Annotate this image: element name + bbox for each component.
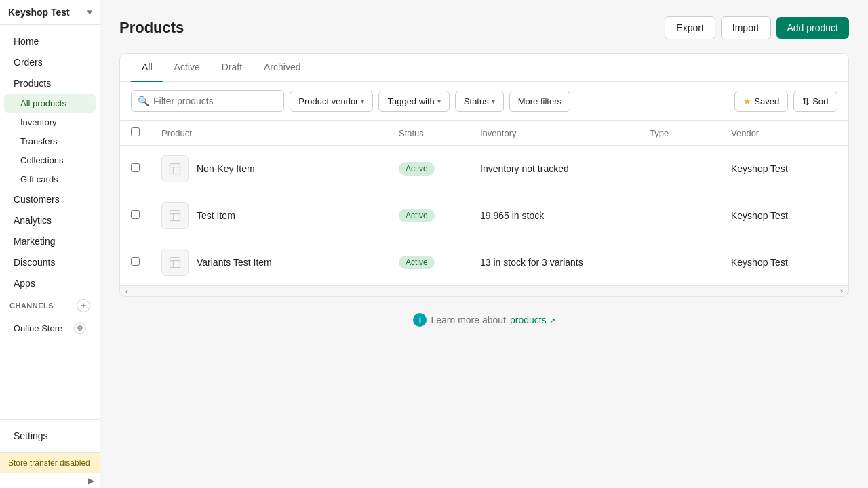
row-checkbox[interactable] (131, 163, 140, 172)
learn-more-link[interactable]: products ↗ (510, 314, 555, 325)
product-thumbnail (161, 202, 189, 229)
sidebar-item-analytics[interactable]: Analytics (4, 210, 96, 230)
search-icon: 🔍 (138, 96, 149, 106)
online-store-settings-icon[interactable]: ⚙ (74, 322, 86, 334)
inventory-column-header: Inventory (469, 121, 639, 146)
svg-rect-1 (170, 211, 180, 221)
chevron-down-icon: ▾ (492, 98, 495, 105)
export-button[interactable]: Export (665, 16, 715, 39)
products-card: All Active Draft Archived 🔍 (119, 53, 849, 297)
scroll-right-icon[interactable]: › (840, 287, 843, 296)
learn-more-section: i Learn more about products ↗ (119, 297, 849, 343)
channels-section-header: CHANNELS + (0, 294, 100, 317)
tab-draft[interactable]: Draft (211, 54, 253, 82)
horizontal-scrollbar[interactable]: ‹ › (120, 285, 848, 296)
product-vendor-filter[interactable]: Product vendor ▾ (290, 91, 373, 112)
product-cell[interactable]: Non-Key Item (151, 146, 388, 192)
sidebar-item-settings[interactable]: Settings (4, 426, 96, 446)
row-checkbox[interactable] (131, 257, 140, 266)
product-thumbnail (161, 249, 189, 276)
tagged-with-filter[interactable]: Tagged with ▾ (378, 91, 449, 112)
vendor-cell: Keyshop Test (720, 239, 848, 286)
svg-rect-0 (170, 164, 180, 174)
filters-bar: 🔍 Product vendor ▾ Tagged with ▾ Status … (120, 82, 848, 121)
vendor-column-header: Vendor (720, 121, 848, 146)
sidebar-item-collections[interactable]: Collections (4, 151, 96, 169)
sidebar-item-online-store[interactable]: Online Store ⚙ (4, 318, 96, 338)
svg-rect-2 (170, 258, 180, 268)
tab-active[interactable]: Active (163, 54, 211, 82)
scroll-left-icon[interactable]: ‹ (125, 287, 128, 296)
sidebar-item-inventory[interactable]: Inventory (4, 113, 96, 131)
vendor-cell: Keyshop Test (720, 146, 848, 192)
sidebar-item-home[interactable]: Home (4, 31, 96, 52)
sidebar-item-customers[interactable]: Customers (4, 189, 96, 209)
product-cell[interactable]: Test Item (151, 192, 388, 239)
status-badge: Active (399, 256, 435, 269)
search-wrapper: 🔍 (131, 90, 284, 112)
product-thumbnail (161, 155, 189, 182)
row-checkbox-cell (120, 239, 151, 286)
select-all-header (120, 121, 151, 146)
sort-button[interactable]: ⇅ Sort (793, 91, 837, 112)
sidebar-item-transfers[interactable]: Transfers (4, 132, 96, 150)
external-link-icon: ↗ (549, 317, 555, 325)
inventory-cell: 13 in stock for 3 variants (469, 239, 639, 286)
info-icon: i (413, 313, 427, 327)
saved-button[interactable]: ★ Saved (734, 91, 788, 112)
type-cell (639, 192, 720, 239)
status-badge: Active (399, 162, 435, 176)
product-table-body: Non-Key ItemActiveInventory not trackedK… (120, 146, 848, 286)
page-title: Products (119, 19, 184, 37)
search-input[interactable] (131, 90, 284, 112)
header-actions: Export Import Add product (665, 16, 849, 39)
products-label: Products (14, 78, 51, 89)
vendor-cell: Keyshop Test (720, 192, 848, 239)
sidebar-item-orders[interactable]: Orders (4, 52, 96, 73)
table-row: Test ItemActive19,965 in stockKeyshop Te… (120, 192, 848, 239)
sidebar-item-apps[interactable]: Apps (4, 273, 96, 293)
more-filters-button[interactable]: More filters (509, 91, 570, 112)
type-cell (639, 239, 720, 286)
inventory-cell: Inventory not tracked (469, 146, 639, 192)
product-name: Variants Test Item (197, 257, 272, 268)
product-cell[interactable]: Variants Test Item (151, 239, 388, 286)
chevron-right-icon: ▶ (88, 476, 94, 485)
table-header-row: Product Status Inventory Type Vendor (120, 121, 848, 146)
sidebar-settings-section: Settings (0, 419, 100, 452)
sidebar-header: Keyshop Test ▾ (0, 0, 100, 25)
status-cell: Active (388, 239, 469, 286)
import-button[interactable]: Import (721, 16, 771, 39)
status-cell: Active (388, 192, 469, 239)
tabs: All Active Draft Archived (120, 54, 848, 82)
type-cell (639, 146, 720, 192)
status-badge: Active (399, 209, 435, 222)
product-name: Non-Key Item (197, 163, 255, 174)
tab-archived[interactable]: Archived (253, 54, 311, 82)
tab-all[interactable]: All (131, 54, 163, 82)
sort-icon: ⇅ (802, 96, 810, 106)
sidebar-scroll-btn[interactable]: ▶ (0, 473, 100, 488)
sidebar-item-marketing[interactable]: Marketing (4, 231, 96, 251)
chevron-down-icon: ▾ (361, 98, 364, 105)
status-filter[interactable]: Status ▾ (455, 91, 504, 112)
row-checkbox[interactable] (131, 210, 140, 219)
type-column-header: Type (639, 121, 720, 146)
sidebar-nav: Home Orders Products All products Invent… (0, 25, 100, 419)
row-checkbox-cell (120, 192, 151, 239)
home-label: Home (14, 36, 39, 47)
sidebar-item-gift-cards[interactable]: Gift cards (4, 170, 96, 188)
store-name: Keyshop Test (8, 7, 70, 18)
sidebar-item-discounts[interactable]: Discounts (4, 252, 96, 272)
add-channel-button[interactable]: + (77, 299, 90, 312)
sidebar: Keyshop Test ▾ Home Orders Products All … (0, 0, 100, 488)
learn-more-text: Learn more about (431, 314, 506, 325)
table-row: Variants Test ItemActive13 in stock for … (120, 239, 848, 286)
sidebar-item-products[interactable]: Products (4, 73, 96, 94)
store-transfer-status: Store transfer disabled (0, 452, 100, 473)
product-column-header: Product (151, 121, 388, 146)
chevron-down-icon[interactable]: ▾ (87, 7, 92, 17)
select-all-checkbox[interactable] (131, 127, 140, 136)
sidebar-item-all-products[interactable]: All products (4, 94, 96, 113)
add-product-button[interactable]: Add product (776, 17, 850, 39)
